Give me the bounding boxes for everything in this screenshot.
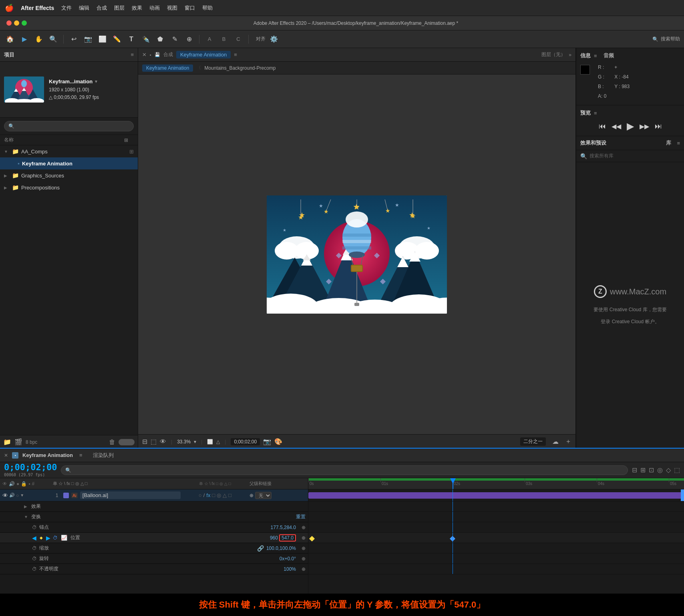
position-right-nav[interactable]: ▶ <box>46 535 50 541</box>
opacity-prop-value[interactable]: 100% <box>284 566 296 572</box>
viewer-timecode[interactable]: 0;00;02;00 <box>231 438 260 445</box>
opacity-stopwatch[interactable]: ⏱ <box>32 566 37 572</box>
viewer-add-icon[interactable]: ＋ <box>565 437 571 446</box>
expand-arrow-precomp[interactable]: ▶ <box>4 185 10 190</box>
project-comp-name[interactable]: Keyfram...imation <box>49 78 99 86</box>
expand-icon[interactable]: » <box>569 52 571 58</box>
new-comp-icon[interactable]: 🎬 <box>14 438 22 446</box>
align-settings[interactable]: ⚙️ <box>268 34 280 45</box>
layer-row-1[interactable]: 👁 🔊 ○ ▼ 1 Ai [Balloon.ai] ○ / fx □ ◎ △ □ <box>0 489 308 501</box>
camera-tool[interactable]: 📷 <box>82 34 94 45</box>
hand-tool[interactable]: ✋ <box>33 34 45 45</box>
search-help-label[interactable]: 搜索帮助 <box>661 36 680 42</box>
viewer-cloud-icon[interactable]: ☁ <box>552 438 559 445</box>
layer-solo-icon[interactable]: ○ <box>16 493 19 498</box>
position-x-value[interactable]: 960 <box>270 535 278 541</box>
clone-tool[interactable]: ⊕ <box>183 34 195 45</box>
menu-composition[interactable]: 合成 <box>97 4 107 12</box>
select-tool[interactable]: ▶ <box>18 34 30 45</box>
switch-1[interactable]: ○ <box>199 492 202 498</box>
tool-c[interactable]: C <box>232 34 244 45</box>
layer-eye-icon[interactable]: 👁 <box>2 492 8 499</box>
color-slider[interactable] <box>119 439 135 445</box>
viewer-grid-icon[interactable]: ⬚ <box>151 438 157 445</box>
breadcrumb-mountains[interactable]: Mountains_Background-Precomp <box>204 65 276 71</box>
switch-3[interactable]: fx <box>206 492 210 498</box>
switch-5[interactable]: ◎ <box>217 492 221 498</box>
preview-step-fwd[interactable]: ▶▶ <box>640 123 649 130</box>
menu-layer[interactable]: 图层 <box>114 4 125 12</box>
comp-item-keyframe-animation[interactable]: ▪ Keyframe Animation <box>0 157 138 169</box>
menu-file[interactable]: 文件 <box>61 4 72 12</box>
menu-view[interactable]: 视图 <box>167 4 177 12</box>
menu-effects[interactable]: 效果 <box>132 4 142 12</box>
switch-2[interactable]: / <box>203 492 205 498</box>
text-tool[interactable]: T <box>125 34 137 45</box>
pen-tool[interactable]: ✏️ <box>111 34 123 45</box>
new-folder-icon[interactable]: 📁 <box>3 438 11 446</box>
layer-audio-icon[interactable]: 🔊 <box>9 493 15 498</box>
brush-tool[interactable]: ✎ <box>169 34 181 45</box>
expand-arrow-graphics[interactable]: ▶ <box>4 173 10 178</box>
rotation-stopwatch[interactable]: ⏱ <box>32 556 37 562</box>
viewer-fit-icon[interactable]: ⬜ <box>207 439 213 445</box>
viewer-safe-icon[interactable]: △ <box>216 439 220 445</box>
layer-parent-select[interactable]: 无 <box>255 492 272 499</box>
tl-tool-6[interactable]: ⬚ <box>674 466 680 474</box>
apple-menu[interactable]: 🍎 <box>5 4 14 12</box>
comp-close-icon[interactable]: ✕ <box>142 52 147 58</box>
expand-arrow[interactable]: ▼ <box>4 149 10 154</box>
tl-solo-icon[interactable]: ● <box>16 481 19 487</box>
position-graph-icon[interactable]: 📈 <box>61 535 67 541</box>
folder-item-graphics[interactable]: ▶ 📁 Graphics_Sources <box>0 169 138 181</box>
position-stopwatch[interactable]: ⏱ <box>53 535 58 541</box>
home-tool[interactable]: 🏠 <box>4 34 16 45</box>
tl-tool-5[interactable]: ◇ <box>666 466 671 474</box>
rotation-prop-value[interactable]: 0x+0.0° <box>280 556 296 562</box>
layer-expand-arrow[interactable]: ▼ <box>20 493 24 497</box>
timeline-search[interactable]: 🔍 <box>61 465 628 475</box>
col-sort-icon[interactable]: ⊞ <box>124 137 134 143</box>
comp-tab-active[interactable]: Keyframe Animation <box>176 51 231 58</box>
scale-chain-link[interactable]: 🔗 <box>257 545 264 552</box>
info-menu-icon[interactable]: ≡ <box>594 53 597 59</box>
viewer-quality[interactable]: 二分之一 <box>520 437 546 446</box>
undo-tool[interactable]: ↩ <box>68 34 80 45</box>
app-name[interactable]: After Effects <box>21 5 54 11</box>
timecode-display[interactable]: 0;00;02;00 <box>4 463 57 472</box>
menu-animation[interactable]: 动画 <box>149 4 160 12</box>
preview-play[interactable]: ▶ <box>627 121 634 132</box>
minimize-button[interactable] <box>14 20 19 26</box>
effects-search-label[interactable]: 搜索所有库 <box>589 153 614 159</box>
scale-prop-value[interactable]: 100.0,100.0% <box>266 546 296 551</box>
position-kf-start[interactable] <box>309 536 315 542</box>
close-button[interactable] <box>6 20 12 26</box>
folder-item-aa-comps[interactable]: ▼ 📁 AA_Comps ⊞ <box>0 145 138 157</box>
tl-tool-4[interactable]: ◎ <box>657 466 663 474</box>
switch-6[interactable]: △ <box>223 492 227 498</box>
switch-4[interactable]: □ <box>212 492 215 498</box>
transform-reset-btn[interactable]: 重置 <box>296 513 306 520</box>
tl-eye-icon[interactable]: 👁 <box>2 481 7 487</box>
timeline-menu-icon[interactable]: ≡ <box>79 452 82 458</box>
effects-expand[interactable]: ▶ <box>24 504 29 509</box>
tl-label-icon[interactable]: ▪ <box>28 481 30 487</box>
comp-lock-icon[interactable]: ▪ <box>150 52 151 57</box>
transform-expand[interactable]: ▼ <box>24 515 29 519</box>
shape-tool[interactable]: ⬟ <box>154 34 166 45</box>
comp-thumbnail[interactable] <box>4 76 44 103</box>
anchor-stopwatch[interactable]: ⏱ <box>32 525 37 530</box>
tl-audio-icon[interactable]: 🔊 <box>9 481 15 487</box>
project-menu-icon[interactable]: ≡ <box>131 52 134 58</box>
comp-save-icon[interactable]: 💾 <box>155 52 160 57</box>
scale-stopwatch[interactable]: ⏱ <box>32 546 37 551</box>
timeline-playhead[interactable] <box>453 478 453 489</box>
viewer-zoom-selector[interactable]: 33.3% <box>177 439 191 445</box>
tl-lock-icon[interactable]: 🔒 <box>21 481 27 487</box>
menu-help[interactable]: 帮助 <box>202 4 213 12</box>
position-left-nav[interactable]: ◀ <box>32 535 36 541</box>
tool-a[interactable]: A <box>203 34 215 45</box>
menu-edit[interactable]: 编辑 <box>79 4 89 12</box>
tl-tool-3[interactable]: ⊡ <box>649 466 654 474</box>
anchor-prop-value[interactable]: 177.5,284.0 <box>271 525 296 530</box>
